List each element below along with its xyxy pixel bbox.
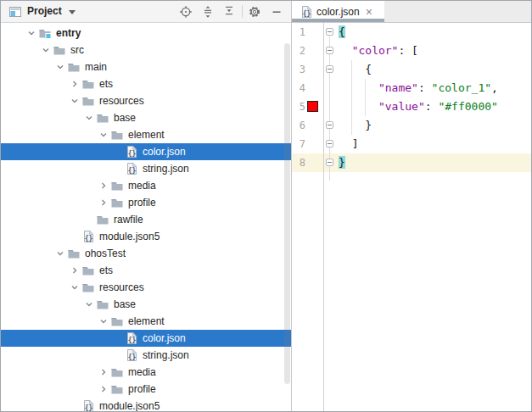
tree-item-label: color.json [143, 332, 186, 344]
code-token: "value" [378, 100, 425, 113]
chevron-spacer [82, 211, 96, 228]
line-number: 4 [292, 79, 305, 97]
tree-item-element[interactable]: element [1, 313, 291, 330]
chevron-down-icon[interactable] [69, 10, 76, 14]
tree-item-profile[interactable]: profile [1, 194, 291, 211]
matched-brace: } [339, 156, 345, 169]
collapse-all-button[interactable] [221, 4, 236, 19]
matched-brace: { [339, 25, 345, 38]
folder-icon [53, 43, 66, 57]
code-line-6[interactable]: } [339, 116, 372, 135]
project-tree-scrollbar[interactable] [284, 43, 290, 384]
code-line-4[interactable]: "name": "color_1", [339, 79, 498, 97]
tree-item-resources[interactable]: resources [1, 92, 291, 109]
code-line-3[interactable]: { [339, 60, 372, 79]
svg-text:{}: {} [128, 150, 137, 158]
fold-marker-icon[interactable] [326, 47, 333, 54]
tree-item-module-json5[interactable]: {}module.json5 [1, 228, 291, 245]
fold-marker-icon[interactable] [326, 121, 333, 129]
tree-item-media[interactable]: media [1, 177, 291, 194]
fold-marker-icon[interactable] [326, 65, 333, 73]
expand-all-button[interactable] [200, 4, 215, 19]
folder-icon [110, 196, 124, 209]
chevron-spacer [68, 228, 81, 245]
code-token [339, 100, 378, 113]
tree-item-module-json5[interactable]: {}module.json5 [1, 398, 291, 412]
chevron-expanded-icon[interactable] [68, 92, 81, 109]
chevron-expanded-icon[interactable] [39, 42, 53, 58]
tree-item-label: base [114, 112, 136, 124]
tree-item-string-json[interactable]: {}string.json [1, 160, 291, 177]
hide-panel-button[interactable] [269, 4, 283, 19]
tree-item-base[interactable]: base [1, 296, 291, 313]
code-line-8[interactable]: } [339, 153, 345, 172]
chevron-collapsed-icon[interactable] [97, 177, 110, 194]
tree-item-media[interactable]: media [1, 364, 291, 381]
tree-item-resources[interactable]: resources [1, 279, 291, 296]
chevron-spacer [111, 347, 125, 364]
tree-item-ets[interactable]: ets [1, 75, 291, 92]
fold-marker-icon[interactable] [326, 140, 333, 148]
code-line-5[interactable]: "value": "#ff0000" [339, 97, 498, 116]
folder-icon [110, 382, 124, 396]
line-number: 8 [292, 153, 305, 172]
tree-item-src[interactable]: src [1, 42, 291, 58]
chevron-expanded-icon[interactable] [68, 279, 81, 296]
chevron-spacer [111, 160, 125, 177]
tree-item-label: element [128, 315, 165, 327]
chevron-collapsed-icon[interactable] [97, 364, 110, 381]
locate-button[interactable] [178, 4, 193, 19]
chevron-expanded-icon[interactable] [82, 296, 96, 313]
chevron-expanded-icon[interactable] [53, 58, 67, 75]
chevron-expanded-icon[interactable] [53, 245, 67, 262]
tree-item-ohosTest[interactable]: ohosTest [1, 245, 291, 262]
code-token [339, 137, 352, 150]
tree-item-string-json[interactable]: {}string.json [1, 347, 291, 364]
code-line-2[interactable]: "color": [ [339, 42, 418, 60]
project-panel-header: Project [1, 1, 291, 23]
ide-window: Project [0, 0, 532, 412]
color-preview-swatch[interactable] [307, 101, 318, 112]
tree-item-main[interactable]: main [1, 58, 291, 75]
chevron-collapsed-icon[interactable] [68, 262, 81, 279]
tree-item-label: rawfile [114, 214, 143, 225]
chevron-expanded-icon[interactable] [82, 109, 96, 126]
chevron-expanded-icon[interactable] [97, 313, 110, 330]
tree-item-label: color.json [143, 146, 186, 158]
chevron-expanded-icon[interactable] [25, 25, 38, 42]
tree-item-ets[interactable]: ets [1, 262, 291, 279]
gear-icon[interactable] [247, 4, 261, 19]
tree-item-base[interactable]: base [1, 109, 291, 126]
tree-item-element[interactable]: element [1, 126, 291, 143]
chevron-expanded-icon[interactable] [97, 126, 110, 143]
code-line-7[interactable]: ] [339, 135, 358, 153]
fold-marker-icon[interactable] [326, 159, 333, 166]
line-number: 2 [292, 42, 305, 60]
folder-icon [110, 315, 124, 328]
json-icon: {} [125, 348, 138, 362]
chevron-spacer [111, 143, 125, 160]
tree-item-entry[interactable]: entry [1, 25, 291, 42]
chevron-spacer [68, 398, 81, 412]
tree-item-label: resources [99, 281, 144, 293]
tree-item-rawfile[interactable]: rawfile [1, 211, 291, 228]
tree-item-label: ohosTest [85, 248, 126, 259]
chevron-collapsed-icon[interactable] [68, 75, 81, 92]
editor-pane: 12345678 { "color": [ { "name": "color_1… [292, 23, 531, 411]
chevron-collapsed-icon[interactable] [97, 381, 110, 398]
tree-item-label: module.json5 [99, 231, 160, 242]
tree-item-color-json[interactable]: {}color.json [1, 330, 291, 347]
folder-icon [96, 111, 109, 125]
chevron-collapsed-icon[interactable] [97, 194, 110, 211]
folder-icon [96, 213, 109, 226]
code-line-1[interactable]: { [339, 23, 345, 42]
fold-marker-icon[interactable] [326, 28, 333, 36]
close-tab-icon[interactable]: × [366, 6, 372, 18]
json-icon: {} [125, 162, 138, 175]
tree-item-profile[interactable]: profile [1, 381, 291, 398]
code-token: , [491, 81, 498, 94]
folder-icon [110, 365, 124, 379]
tree-item-label: main [85, 61, 107, 73]
tree-item-color-json[interactable]: {}color.json [1, 143, 291, 160]
project-panel-title[interactable]: Project [27, 1, 62, 22]
